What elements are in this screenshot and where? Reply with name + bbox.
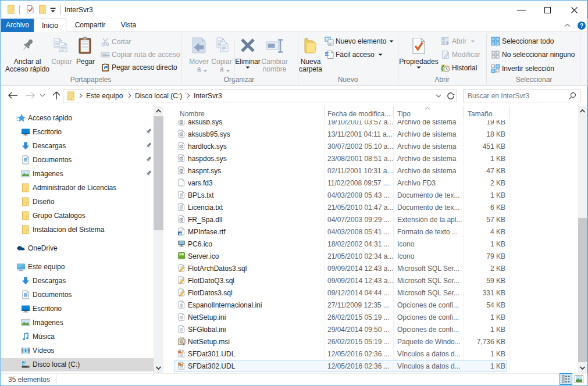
svg-text:?: ? (580, 23, 583, 29)
svg-text:W: W (102, 53, 106, 58)
svg-text:W: W (179, 232, 182, 235)
